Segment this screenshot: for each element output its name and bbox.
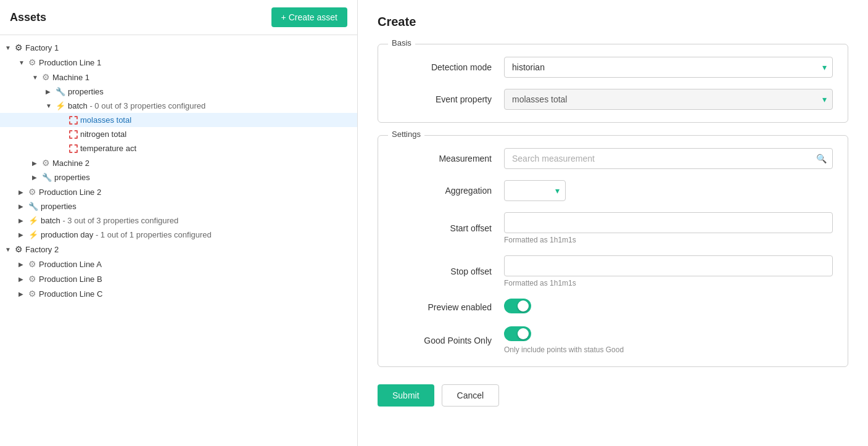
gear-icon: ⚙ bbox=[42, 72, 50, 82]
gear-icon: ⚙ bbox=[28, 259, 36, 269]
measurement-control: 🔍 bbox=[504, 148, 833, 169]
detection-mode-select[interactable]: historian manual automatic bbox=[504, 57, 833, 78]
assets-title: Assets bbox=[10, 11, 46, 24]
stop-offset-label: Stop offset bbox=[393, 266, 504, 276]
lightning-icon: ⚡ bbox=[56, 101, 65, 110]
chevron-right-icon: ▶ bbox=[19, 189, 28, 196]
chevron-right-icon: ▶ bbox=[19, 231, 28, 238]
start-offset-row: Start offset 0s Formatted as 1h1m1s bbox=[393, 212, 833, 244]
stop-offset-control: 0s Formatted as 1h1m1s bbox=[504, 255, 833, 287]
basis-legend: Basis bbox=[388, 38, 415, 47]
stop-offset-row: Stop offset 0s Formatted as 1h1m1s bbox=[393, 255, 833, 287]
detection-mode-control: historian manual automatic ▾ bbox=[504, 57, 833, 78]
tree-item-label: Production Line B bbox=[39, 275, 102, 284]
tree-item-prodlineB[interactable]: ▶⚙Production Line B bbox=[0, 271, 357, 286]
tree-item-nitrogen[interactable]: nitrogen total bbox=[0, 127, 357, 141]
gear-icon: ⚙ bbox=[28, 289, 36, 299]
good-points-row: Good Points Only Only include points wit… bbox=[393, 326, 833, 354]
tree-item-properties1[interactable]: ▶🔧properties bbox=[0, 85, 357, 99]
tree-item-prodlineA[interactable]: ▶⚙Production Line A bbox=[0, 257, 357, 271]
chevron-right-icon: ▶ bbox=[19, 276, 28, 283]
chevron-right-icon: ▶ bbox=[19, 203, 28, 210]
gear-icon: ⚙ bbox=[28, 57, 36, 67]
tree-item-label: Production Line 1 bbox=[39, 58, 101, 67]
tree-item-label: properties bbox=[68, 87, 104, 96]
asset-tree: ▼⚙Factory 1▼⚙Production Line 1▼⚙Machine … bbox=[0, 35, 357, 446]
dashed-icon bbox=[69, 130, 78, 139]
chevron-right-icon: ▶ bbox=[32, 160, 42, 167]
chevron-down-icon: ▼ bbox=[5, 44, 15, 51]
tree-item-label: Machine 2 bbox=[52, 159, 89, 168]
tree-item-molasses[interactable]: molasses total bbox=[0, 113, 357, 127]
tree-item-machine1[interactable]: ▼⚙Machine 1 bbox=[0, 70, 357, 85]
search-icon: 🔍 bbox=[816, 154, 827, 163]
gear-icon: ⚙ bbox=[28, 187, 36, 197]
lightning-icon: ⚡ bbox=[28, 230, 38, 239]
chevron-right-icon: ▶ bbox=[19, 291, 28, 297]
tree-item-label: Factory 1 bbox=[25, 43, 59, 52]
tree-item-label: nitrogen total bbox=[80, 130, 126, 139]
tree-item-prodline2[interactable]: ▶⚙Production Line 2 bbox=[0, 184, 357, 199]
start-offset-control: 0s Formatted as 1h1m1s bbox=[504, 212, 833, 244]
aggregation-select-wrapper: avg sum min max ▾ bbox=[504, 180, 566, 201]
tree-item-label: temperature act bbox=[80, 144, 136, 153]
detection-mode-row: Detection mode historian manual automati… bbox=[393, 57, 833, 78]
lightning-icon: ⚡ bbox=[28, 216, 38, 225]
tree-item-label: Production Line A bbox=[39, 260, 102, 269]
tree-item-properties2[interactable]: ▶🔧properties bbox=[0, 170, 357, 184]
tree-item-label: batch - 0 out of 3 properties configured bbox=[68, 101, 205, 110]
tree-item-factory1[interactable]: ▼⚙Factory 1 bbox=[0, 40, 357, 55]
tree-item-machine2[interactable]: ▶⚙Machine 2 bbox=[0, 155, 357, 170]
chevron-down-icon: ▼ bbox=[32, 74, 42, 81]
create-asset-button[interactable]: + Create asset bbox=[271, 7, 347, 27]
good-points-toggle[interactable] bbox=[504, 326, 531, 341]
gear-icon: ⚙ bbox=[28, 274, 36, 284]
stop-offset-input[interactable]: 0s bbox=[504, 255, 833, 276]
wrench-icon: 🔧 bbox=[28, 202, 38, 211]
tree-item-temperature[interactable]: temperature act bbox=[0, 141, 357, 155]
wrench-icon: 🔧 bbox=[42, 173, 52, 182]
tree-item-batch2[interactable]: ▶⚡batch - 3 out of 3 properties configur… bbox=[0, 213, 357, 228]
basis-section: Basis Detection mode historian manual au… bbox=[378, 44, 848, 123]
measurement-search-input[interactable] bbox=[504, 148, 833, 169]
event-property-row: Event property molasses total ▾ bbox=[393, 89, 833, 110]
tree-item-label: Production Line 2 bbox=[39, 188, 101, 197]
event-property-select[interactable]: molasses total bbox=[504, 89, 833, 110]
tree-item-properties3[interactable]: ▶🔧properties bbox=[0, 199, 357, 213]
tree-item-prodday[interactable]: ▶⚡production day - 1 out of 1 properties… bbox=[0, 228, 357, 242]
tree-item-label: molasses total bbox=[80, 115, 131, 125]
event-property-label: Event property bbox=[393, 94, 504, 104]
right-panel: Create Basis Detection mode historian ma… bbox=[358, 0, 868, 446]
tree-item-label: Machine 1 bbox=[52, 73, 89, 82]
tree-item-label: properties bbox=[41, 202, 76, 211]
tree-item-prodline1[interactable]: ▼⚙Production Line 1 bbox=[0, 55, 357, 70]
tree-item-batch1[interactable]: ▼⚡batch - 0 out of 3 properties configur… bbox=[0, 99, 357, 113]
form-footer: Submit Cancel bbox=[378, 379, 848, 407]
tree-item-factory2[interactable]: ▼⚙Factory 2 bbox=[0, 242, 357, 257]
tree-item-prodlineC[interactable]: ▶⚙Production Line C bbox=[0, 286, 357, 301]
chevron-right-icon: ▶ bbox=[19, 217, 28, 224]
good-points-label: Good Points Only bbox=[393, 336, 504, 345]
tree-item-label: production day - 1 out of 1 properties c… bbox=[41, 230, 212, 239]
chevron-down-icon: ▼ bbox=[46, 102, 56, 109]
detection-mode-label: Detection mode bbox=[393, 62, 504, 72]
cancel-button[interactable]: Cancel bbox=[442, 384, 500, 407]
chevron-right-icon: ▶ bbox=[46, 88, 56, 95]
detection-mode-select-wrapper: historian manual automatic ▾ bbox=[504, 57, 833, 78]
aggregation-select[interactable]: avg sum min max bbox=[504, 180, 566, 201]
chevron-right-icon: ▶ bbox=[19, 261, 28, 268]
submit-button[interactable]: Submit bbox=[378, 384, 434, 407]
event-property-control: molasses total ▾ bbox=[504, 89, 833, 110]
left-panel: Assets + Create asset ▼⚙Factory 1▼⚙Produ… bbox=[0, 0, 358, 446]
factory-icon: ⚙ bbox=[15, 43, 23, 52]
preview-enabled-toggle[interactable] bbox=[504, 299, 531, 313]
good-points-control: Only include points with status Good bbox=[504, 326, 833, 354]
tree-item-label: Factory 2 bbox=[25, 245, 59, 254]
dashed-icon bbox=[69, 116, 78, 125]
tree-item-label: batch - 3 out of 3 properties configured bbox=[41, 216, 178, 225]
dashed-icon bbox=[69, 144, 78, 153]
start-offset-input[interactable]: 0s bbox=[504, 212, 833, 233]
start-offset-label: Start offset bbox=[393, 223, 504, 233]
chevron-down-icon: ▼ bbox=[5, 246, 15, 253]
chevron-down-icon: ▼ bbox=[19, 59, 28, 66]
